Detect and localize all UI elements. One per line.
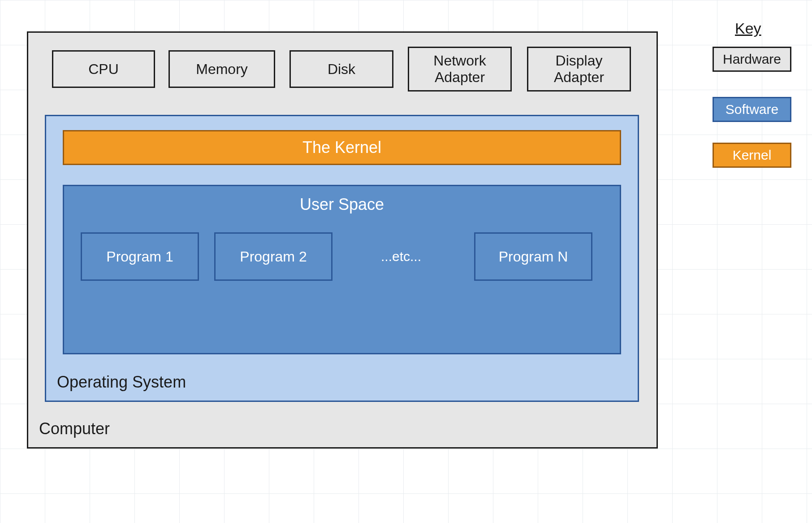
hardware-disk-label: Disk	[328, 61, 355, 78]
kernel-box: The Kernel	[63, 130, 621, 165]
key-title: Key	[735, 20, 761, 37]
key-hardware-label: Hardware	[723, 52, 781, 67]
program-n: Program N	[474, 232, 592, 281]
hardware-cpu: CPU	[52, 50, 155, 88]
hardware-cpu-label: CPU	[88, 61, 119, 78]
etc-text: ...etc...	[381, 249, 421, 264]
hardware-display-adapter-label: Display Adapter	[554, 52, 604, 86]
user-space-label: User Space	[300, 195, 384, 214]
kernel-label: The Kernel	[302, 138, 381, 157]
hardware-display-adapter: Display Adapter	[527, 47, 631, 92]
hardware-memory-label: Memory	[196, 61, 248, 78]
program-2: Program 2	[214, 232, 333, 281]
computer-label: Computer	[39, 419, 110, 438]
hardware-memory: Memory	[168, 50, 275, 88]
program-1: Program 1	[81, 232, 199, 281]
hardware-disk: Disk	[289, 50, 393, 88]
hardware-network-adapter: Network Adapter	[408, 47, 512, 92]
program-1-label: Program 1	[106, 248, 173, 265]
key-software: Software	[713, 97, 791, 122]
hardware-network-adapter-label: Network Adapter	[433, 52, 486, 86]
key-kernel: Kernel	[713, 143, 791, 168]
program-n-label: Program N	[499, 248, 568, 265]
key-software-label: Software	[726, 102, 778, 118]
program-2-label: Program 2	[240, 248, 307, 265]
key-kernel-label: Kernel	[733, 148, 772, 163]
key-hardware: Hardware	[713, 47, 791, 72]
operating-system-label: Operating System	[57, 373, 186, 392]
